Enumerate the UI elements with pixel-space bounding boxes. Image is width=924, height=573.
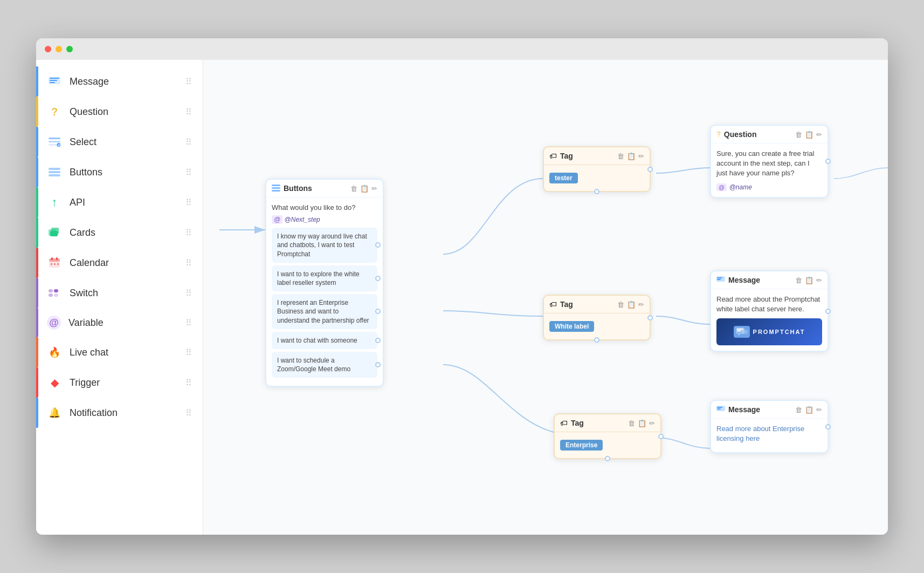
copy-icon[interactable]: 📋 xyxy=(805,406,813,414)
tag1-header: 🏷 Tag 🗑 📋 ✏ xyxy=(544,147,650,165)
sidebar-item-livechat[interactable]: 🔥 Live chat ⠿ xyxy=(36,337,203,367)
tag1-title: Tag xyxy=(560,152,614,160)
buttons-node-body: What would you like to do? @ @Next_step … xyxy=(266,197,383,386)
sidebar-item-variable[interactable]: @ Variable ⠿ xyxy=(36,308,203,337)
svg-rect-19 xyxy=(54,263,56,265)
tag2-title: Tag xyxy=(560,300,614,309)
edit-icon[interactable]: ✏ xyxy=(638,152,644,160)
sidebar-item-calendar[interactable]: Calendar ⠿ xyxy=(36,248,203,278)
edit-icon[interactable]: ✏ xyxy=(371,185,377,193)
svg-rect-32 xyxy=(717,279,721,280)
drag-handle: ⠿ xyxy=(185,197,192,208)
drag-handle: ⠿ xyxy=(185,347,192,358)
message-node-1[interactable]: Message 🗑 📋 ✏ Read more about the Prompt… xyxy=(710,270,829,352)
svg-rect-21 xyxy=(49,289,53,292)
message2-title: Message xyxy=(728,405,792,414)
sidebar-item-trigger[interactable]: ◆ Trigger ⠿ xyxy=(36,367,203,398)
delete-icon[interactable]: 🗑 xyxy=(350,185,357,193)
notification-icon: 🔔 xyxy=(47,405,62,420)
edit-icon[interactable]: ✏ xyxy=(816,406,822,414)
message1-header: Message 🗑 📋 ✏ xyxy=(711,271,828,289)
edit-icon[interactable]: ✏ xyxy=(816,276,822,284)
select-icon xyxy=(47,134,62,149)
message1-title: Message xyxy=(728,276,792,284)
choice-3: I represent an Enterprise Business and w… xyxy=(272,294,377,329)
tag-node-3[interactable]: 🏷 Tag 🗑 📋 ✏ Enterprise xyxy=(554,413,661,459)
sidebar-item-cards[interactable]: Cards ⠿ xyxy=(36,217,203,248)
delete-icon[interactable]: 🗑 xyxy=(795,276,802,284)
copy-icon[interactable]: 📋 xyxy=(638,419,646,427)
drag-handle: ⠿ xyxy=(185,258,192,268)
question-icon: ? xyxy=(47,104,62,119)
svg-rect-34 xyxy=(737,329,743,330)
delete-icon[interactable]: 🗑 xyxy=(617,301,624,309)
question-header: ? Question 🗑 📋 ✏ xyxy=(711,126,828,144)
buttons-node[interactable]: Buttons 🗑 📋 ✏ What would you like to do?… xyxy=(265,179,384,387)
sidebar-item-buttons[interactable]: Buttons ⠿ xyxy=(36,157,203,187)
minimize-button[interactable] xyxy=(56,46,62,52)
svg-rect-22 xyxy=(49,294,53,297)
message-label: Message xyxy=(70,76,185,87)
sidebar-item-api[interactable]: ↑ API ⠿ xyxy=(36,187,203,217)
tag-node-2[interactable]: 🏷 Tag 🗑 📋 ✏ White label xyxy=(543,295,651,340)
svg-rect-4 xyxy=(49,138,60,139)
choice-2: I want to to explore the white label res… xyxy=(272,265,377,291)
copy-icon[interactable]: 📋 xyxy=(627,152,636,160)
buttons-node-icon xyxy=(272,185,280,192)
sidebar: Message ⠿ ? Question ⠿ xyxy=(36,60,203,535)
delete-icon[interactable]: 🗑 xyxy=(617,152,624,160)
sidebar-item-message[interactable]: Message ⠿ xyxy=(36,66,203,97)
question-node[interactable]: ? Question 🗑 📋 ✏ Sure, you can create a … xyxy=(710,125,829,198)
svg-rect-20 xyxy=(57,263,59,265)
tag3-header: 🏷 Tag 🗑 📋 ✏ xyxy=(555,414,660,432)
buttons-node-header: Buttons 🗑 📋 ✏ xyxy=(266,180,383,197)
svg-rect-15 xyxy=(49,258,60,262)
choice-4: I want to chat with someone xyxy=(272,332,377,349)
message2-header: Message 🗑 📋 ✏ xyxy=(711,401,828,419)
edit-icon[interactable]: ✏ xyxy=(649,419,655,427)
svg-rect-10 xyxy=(49,174,60,176)
tag3-title: Tag xyxy=(571,419,625,427)
sidebar-item-switch[interactable]: Switch ⠿ xyxy=(36,278,203,308)
cards-icon xyxy=(47,225,62,240)
svg-rect-13 xyxy=(50,231,58,236)
canvas-area[interactable]: Buttons 🗑 📋 ✏ What would you like to do?… xyxy=(203,60,888,535)
copy-icon[interactable]: 📋 xyxy=(805,131,813,139)
svg-rect-29 xyxy=(272,190,280,192)
copy-icon[interactable]: 📋 xyxy=(627,301,636,309)
sidebar-item-select[interactable]: Select ⠿ xyxy=(36,127,203,157)
delete-icon[interactable]: 🗑 xyxy=(795,131,802,139)
copy-icon[interactable]: 📋 xyxy=(805,276,813,284)
variable-icon: @ xyxy=(47,316,61,330)
message-node-2[interactable]: Message 🗑 📋 ✏ Read more about Enterprise… xyxy=(710,400,829,453)
delete-icon[interactable]: 🗑 xyxy=(795,406,802,414)
sidebar-item-notification[interactable]: 🔔 Notification ⠿ xyxy=(36,398,203,428)
tag1-badge: tester xyxy=(549,173,578,183)
tag3-body: Enterprise xyxy=(555,432,660,458)
close-button[interactable] xyxy=(45,46,51,52)
drag-handle: ⠿ xyxy=(185,408,192,418)
svg-rect-18 xyxy=(51,263,52,265)
tag3-badge: Enterprise xyxy=(560,440,603,451)
promptchat-text: PROMPTCHAT xyxy=(753,329,805,335)
question-body: Sure, you can create a free trial accoun… xyxy=(711,144,828,197)
select-label: Select xyxy=(70,137,185,148)
tag2-header: 🏷 Tag 🗑 📋 ✏ xyxy=(544,296,650,313)
buttons-node-text: What would you like to do? xyxy=(272,203,377,213)
edit-icon[interactable]: ✏ xyxy=(816,131,822,139)
message2-actions: 🗑 📋 ✏ xyxy=(795,406,822,414)
buttons-node-title: Buttons xyxy=(284,184,347,193)
svg-rect-31 xyxy=(717,277,722,278)
copy-icon[interactable]: 📋 xyxy=(360,185,369,193)
switch-label: Switch xyxy=(70,288,185,299)
delete-icon[interactable]: 🗑 xyxy=(628,419,635,427)
sidebar-item-question[interactable]: ? Question ⠿ xyxy=(36,97,203,127)
svg-rect-23 xyxy=(54,289,58,292)
maximize-button[interactable] xyxy=(66,46,73,52)
edit-icon[interactable]: ✏ xyxy=(638,301,644,309)
buttons-node-var: @ @Next_step xyxy=(272,216,377,223)
promptchat-logo-icon xyxy=(734,326,750,338)
tag-node-1[interactable]: 🏷 Tag 🗑 📋 ✏ tester xyxy=(543,146,651,192)
svg-rect-27 xyxy=(272,185,280,186)
calendar-label: Calendar xyxy=(70,257,185,269)
